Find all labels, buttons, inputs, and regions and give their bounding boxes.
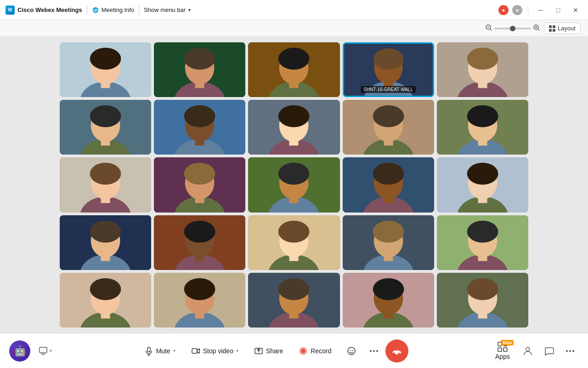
person-silhouette — [343, 157, 434, 212]
person-silhouette — [154, 215, 245, 270]
close-button[interactable]: ✕ — [569, 5, 582, 15]
meeting-info-button[interactable]: Meeting Info — [92, 6, 135, 14]
person-silhouette — [437, 215, 528, 270]
video-tile-24[interactable] — [343, 273, 434, 328]
svg-rect-10 — [553, 29, 555, 32]
video-tile-19[interactable] — [343, 215, 434, 270]
zoom-slider[interactable] — [494, 28, 531, 29]
messages-button[interactable] — [540, 342, 558, 360]
svg-point-149 — [373, 350, 375, 352]
record-button[interactable]: Record — [292, 343, 338, 359]
end-call-icon — [391, 345, 403, 357]
video-tile-8[interactable] — [248, 100, 339, 155]
svg-point-90 — [90, 220, 121, 242]
svg-point-65 — [90, 163, 121, 185]
video-tile-12[interactable] — [154, 157, 245, 212]
video-grid-area: SHN7-16-GREAT WALL — [0, 37, 588, 333]
video-tile-7[interactable] — [154, 100, 245, 155]
video-tile-4[interactable]: SHN7-16-GREAT WALL — [343, 42, 434, 97]
person-silhouette — [60, 215, 151, 270]
svg-line-6 — [538, 29, 539, 30]
shield-icon — [92, 6, 99, 14]
apps-button[interactable]: Beta Apps — [490, 339, 515, 363]
chevron-down-icon: ▾ — [50, 348, 52, 353]
svg-point-157 — [569, 350, 571, 352]
svg-point-115 — [90, 278, 121, 300]
svg-point-30 — [373, 48, 403, 69]
svg-point-85 — [467, 163, 498, 185]
status-recording-dot[interactable]: ● — [498, 5, 509, 15]
svg-rect-136 — [40, 347, 47, 353]
more-options-button[interactable] — [365, 342, 383, 360]
app-logo: W Cisco Webex Meetings — [6, 6, 82, 15]
video-tile-17[interactable] — [154, 215, 245, 270]
svg-point-55 — [373, 105, 404, 127]
video-tile-10[interactable] — [437, 100, 528, 155]
person-silhouette — [154, 100, 245, 155]
video-tile-23[interactable] — [248, 273, 339, 328]
zoom-in-icon[interactable] — [533, 24, 540, 33]
ai-assistant-button[interactable] — [9, 340, 30, 362]
svg-point-150 — [376, 350, 378, 352]
svg-rect-153 — [498, 348, 502, 351]
video-tile-5[interactable] — [437, 42, 528, 97]
svg-point-135 — [467, 278, 498, 300]
video-icon — [191, 346, 200, 356]
stop-video-button[interactable]: Stop video ▾ — [185, 343, 245, 359]
video-tile-21[interactable] — [60, 273, 151, 328]
chat-button[interactable]: ▾ — [34, 343, 57, 359]
bottom-toolbar: ▾ Mute ▾ Stop video ▾ — [0, 333, 588, 368]
bottom-right-controls: Beta Apps — [490, 339, 579, 363]
layout-button[interactable]: Layout — [544, 23, 581, 34]
emoji-button[interactable] — [340, 343, 362, 359]
record-label: Record — [311, 347, 331, 355]
mute-button[interactable]: Mute ▾ — [138, 343, 182, 359]
maximize-button[interactable]: □ — [551, 5, 565, 15]
tile-label: SHN7-16-GREAT WALL — [361, 86, 416, 93]
zoom-control — [485, 24, 540, 33]
video-tile-18[interactable] — [248, 215, 339, 270]
show-menu-bar-button[interactable]: Show menu bar ▾ — [144, 6, 191, 13]
share-button[interactable]: Share — [248, 343, 289, 359]
video-tile-20[interactable] — [437, 215, 528, 270]
participants-button[interactable] — [519, 342, 537, 360]
minimize-button[interactable]: ─ — [534, 5, 548, 15]
more-dots-icon — [369, 350, 379, 352]
video-tile-1[interactable] — [60, 42, 151, 97]
separator-1 — [87, 6, 87, 15]
svg-point-70 — [184, 163, 215, 185]
status-gray-dot[interactable]: ● — [512, 5, 522, 15]
person-silhouette — [248, 100, 339, 155]
layout-label: Layout — [558, 25, 576, 32]
person-silhouette — [248, 215, 339, 270]
video-tile-15[interactable] — [437, 157, 528, 212]
video-tile-6[interactable] — [60, 100, 151, 155]
video-tile-25[interactable] — [437, 273, 528, 328]
svg-point-75 — [278, 163, 310, 185]
app-logo-icon: W — [6, 6, 15, 15]
svg-point-148 — [370, 350, 372, 352]
svg-point-125 — [278, 278, 310, 300]
svg-point-20 — [184, 48, 215, 70]
zoom-out-icon[interactable] — [485, 24, 492, 33]
person-silhouette — [154, 157, 245, 212]
svg-point-155 — [526, 347, 530, 351]
svg-point-145 — [348, 347, 355, 355]
video-tile-9[interactable] — [343, 100, 434, 155]
stop-video-chevron: ▾ — [236, 348, 238, 353]
participants-icon — [523, 346, 533, 356]
video-tile-22[interactable] — [154, 273, 245, 328]
svg-rect-154 — [503, 348, 507, 351]
video-tile-13[interactable] — [248, 157, 339, 212]
svg-point-80 — [373, 163, 404, 185]
video-tile-11[interactable] — [60, 157, 151, 212]
end-call-button[interactable] — [385, 339, 408, 362]
more-right-button[interactable] — [561, 342, 579, 360]
svg-point-120 — [184, 278, 215, 300]
video-tile-2[interactable] — [154, 42, 245, 97]
titlebar: W Cisco Webex Meetings Meeting Info Show… — [0, 0, 588, 20]
video-tile-14[interactable] — [343, 157, 434, 212]
separator-2 — [139, 6, 139, 15]
video-tile-3[interactable] — [248, 42, 339, 97]
video-tile-16[interactable] — [60, 215, 151, 270]
